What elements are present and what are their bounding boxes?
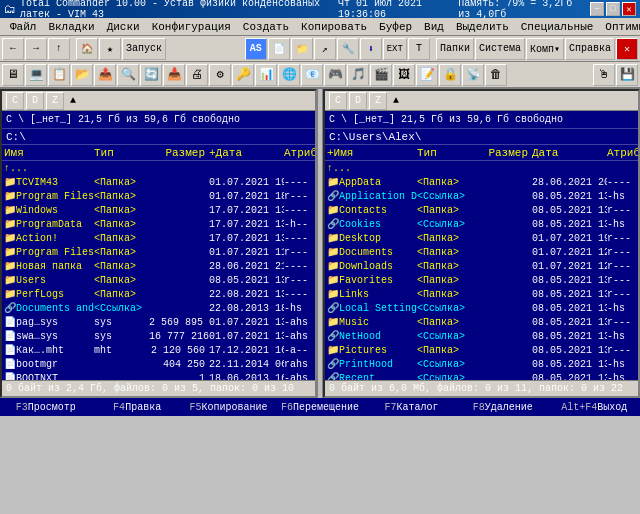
tb2-icon-23[interactable]: 🖱 xyxy=(593,64,615,86)
launch-button[interactable]: Запуск xyxy=(122,38,166,60)
func-button-f8[interactable]: F8Удаление xyxy=(457,398,548,416)
tb-btn-comp[interactable]: Комп▾ xyxy=(526,38,564,60)
tb2-icon-16[interactable]: 🎵 xyxy=(347,64,369,86)
menu-item-вкладки[interactable]: Вкладки xyxy=(42,20,100,34)
table-row[interactable]: 🔗Application Data <Ссылка> 08.05.2021 13… xyxy=(325,189,638,203)
table-row[interactable]: 📁TCVIM43 <Папка> 01.07.2021 19:29 ---- xyxy=(2,175,315,189)
func-button-f5[interactable]: F5Копирование xyxy=(183,398,274,416)
tb2-icon-13[interactable]: 🌐 xyxy=(278,64,300,86)
up-button[interactable]: ↑ xyxy=(48,38,70,60)
tb2-icon-7[interactable]: 🔄 xyxy=(140,64,162,86)
table-row[interactable]: 📁Action! <Папка> 17.07.2021 13:03 ---- xyxy=(2,231,315,245)
tb-btn-system[interactable]: Система xyxy=(475,38,525,60)
table-row[interactable]: 📁Windows <Папка> 17.07.2021 13:03 ---- xyxy=(2,203,315,217)
forward-button[interactable]: → xyxy=(25,38,47,60)
table-row[interactable]: ↑... xyxy=(325,161,638,175)
tb2-icon-9[interactable]: 🖨 xyxy=(186,64,208,86)
tb-btn-text[interactable]: T xyxy=(408,38,430,60)
maximize-button[interactable]: □ xyxy=(606,2,620,16)
tb2-icon-21[interactable]: 📡 xyxy=(462,64,484,86)
tb-btn-ext[interactable]: EXT xyxy=(383,38,407,60)
func-button-f3[interactable]: F3Просмотр xyxy=(0,398,91,416)
menu-item-буфер[interactable]: Буфер xyxy=(373,20,418,34)
table-row[interactable]: 📁Desktop <Папка> 01.07.2021 19:22 r--- xyxy=(325,231,638,245)
table-row[interactable]: 📄bootmgr 404 250 22.11.2014 06:44 rahs xyxy=(2,357,315,371)
table-row[interactable]: 📁PerfLogs <Папка> 22.08.2021 13:17 ---- xyxy=(2,287,315,301)
func-button-alt+f4[interactable]: Alt+F4Выход xyxy=(549,398,640,416)
tb2-icon-2[interactable]: 💻 xyxy=(25,64,47,86)
tb2-icon-3[interactable]: 📋 xyxy=(48,64,70,86)
menu-item-специальные[interactable]: Специальные xyxy=(515,20,600,34)
minimize-button[interactable]: − xyxy=(590,2,604,16)
favorites-button[interactable]: ★ xyxy=(99,38,121,60)
table-row[interactable]: 📁Favorites <Папка> 08.05.2021 13:17 r--- xyxy=(325,273,638,287)
menu-item-конфигурация[interactable]: Конфигурация xyxy=(146,20,237,34)
menu-item-оптимизация[interactable]: Оптимизация xyxy=(599,20,640,34)
table-row[interactable]: 📁Users <Папка> 08.05.2021 13:17 r--- xyxy=(2,273,315,287)
tb-btn-folder-right[interactable]: Папки xyxy=(436,38,474,60)
right-drive-c[interactable]: C xyxy=(329,92,347,110)
table-row[interactable]: 📁Program Files... <Папка> 01.07.2021 18:… xyxy=(2,189,315,203)
tb2-icon-17[interactable]: 🎬 xyxy=(370,64,392,86)
tb2-icon-5[interactable]: 📤 xyxy=(94,64,116,86)
table-row[interactable]: 📄Как….mht mht 2 120 560 17.12.2021 16:08… xyxy=(2,343,315,357)
table-row[interactable]: 🔗NetHood <Ссылка> 08.05.2021 13:17 -hs xyxy=(325,329,638,343)
close-button[interactable]: ✕ xyxy=(622,2,636,16)
tb2-icon-6[interactable]: 🔍 xyxy=(117,64,139,86)
tb2-icon-4[interactable]: 📂 xyxy=(71,64,93,86)
table-row[interactable]: 🔗PrintHood <Ссылка> 08.05.2021 13:17 -hs xyxy=(325,357,638,371)
tb2-icon-24[interactable]: 💾 xyxy=(616,64,638,86)
table-row[interactable]: 📄pag…sys sys 2 569 895 936 01.07.2021 13… xyxy=(2,315,315,329)
table-row[interactable]: ↑... xyxy=(2,161,315,175)
tb2-icon-8[interactable]: 📥 xyxy=(163,64,185,86)
table-row[interactable]: 📁Program Files <Папка> 01.07.2021 11:54 … xyxy=(2,245,315,259)
table-row[interactable]: 🔗Cookies <Ссылка> 08.05.2021 13:17 -hs xyxy=(325,217,638,231)
tb-btn-x[interactable]: ✕ xyxy=(616,38,638,60)
tb2-icon-1[interactable]: 🖥 xyxy=(2,64,24,86)
table-row[interactable]: 📄BOOTNXT 1 18.06.2013 16:18 -ahs xyxy=(2,371,315,380)
tb2-icon-10[interactable]: ⚙ xyxy=(209,64,231,86)
right-drive-d[interactable]: D xyxy=(349,92,367,110)
left-drive-d[interactable]: D xyxy=(26,92,44,110)
left-drive-z[interactable]: Z xyxy=(46,92,64,110)
table-row[interactable]: 📁Music <Папка> 08.05.2021 13:17 r--- xyxy=(325,315,638,329)
menu-item-диски[interactable]: Диски xyxy=(101,20,146,34)
tb-btn-file2[interactable]: 📁 xyxy=(291,38,313,60)
tb2-icon-15[interactable]: 🎮 xyxy=(324,64,346,86)
tb2-icon-19[interactable]: 📝 xyxy=(416,64,438,86)
menu-item-копировать[interactable]: Копировать xyxy=(295,20,373,34)
func-button-f7[interactable]: F7Каталог xyxy=(366,398,457,416)
tb2-icon-11[interactable]: 🔑 xyxy=(232,64,254,86)
table-row[interactable]: 📁Новая папка <Папка> 28.06.2021 21:00 --… xyxy=(2,259,315,273)
tb2-icon-18[interactable]: 🖼 xyxy=(393,64,415,86)
tb-btn-file1[interactable]: 📄 xyxy=(268,38,290,60)
tb-btn-as[interactable]: AS xyxy=(245,38,267,60)
func-button-f6[interactable]: F6Перемещение xyxy=(274,398,365,416)
menu-item-выделить[interactable]: Выделить xyxy=(450,20,515,34)
tb2-icon-14[interactable]: 📧 xyxy=(301,64,323,86)
func-button-f4[interactable]: F4Правка xyxy=(91,398,182,416)
tb2-icon-12[interactable]: 📊 xyxy=(255,64,277,86)
menu-item-создать[interactable]: Создать xyxy=(237,20,295,34)
table-row[interactable]: 📁Documents <Папка> 01.07.2021 12:24 r--- xyxy=(325,245,638,259)
menu-item-файл[interactable]: Файл xyxy=(4,20,42,34)
home-button[interactable]: 🏠 xyxy=(76,38,98,60)
table-row[interactable]: 🔗Documents and... <Ссылка> 22.08.2013 18… xyxy=(2,301,315,315)
table-row[interactable]: 🔗Local Settings <Ссылка> 08.05.2021 13:1… xyxy=(325,301,638,315)
table-row[interactable]: 📁AppData <Папка> 28.06.2021 20:48 ---- xyxy=(325,175,638,189)
table-row[interactable]: 📁Links <Папка> 08.05.2021 13:17 r--- xyxy=(325,287,638,301)
table-row[interactable]: 📁Contacts <Папка> 08.05.2021 13:17 r--- xyxy=(325,203,638,217)
tb-btn-arrow[interactable]: ↗ xyxy=(314,38,336,60)
right-file-list[interactable]: ↑... 📁AppData <Папка> 28.06.2021 20:48 -… xyxy=(325,161,638,380)
tb-btn-help[interactable]: Справка xyxy=(565,38,615,60)
left-file-list[interactable]: ↑... 📁TCVIM43 <Папка> 01.07.2021 19:29 -… xyxy=(2,161,315,380)
tb2-icon-22[interactable]: 🗑 xyxy=(485,64,507,86)
menu-item-вид[interactable]: Вид xyxy=(418,20,450,34)
table-row[interactable]: 📁ProgramData <Папка> 17.07.2021 13:03 -h… xyxy=(2,217,315,231)
tb-btn-tools[interactable]: 🔧 xyxy=(337,38,359,60)
back-button[interactable]: ← xyxy=(2,38,24,60)
tb2-icon-20[interactable]: 🔒 xyxy=(439,64,461,86)
table-row[interactable]: 📁Pictures <Папка> 08.05.2021 13:17 r--- xyxy=(325,343,638,357)
right-drive-z[interactable]: Z xyxy=(369,92,387,110)
table-row[interactable]: 📁Downloads <Папка> 01.07.2021 12:17 r--- xyxy=(325,259,638,273)
